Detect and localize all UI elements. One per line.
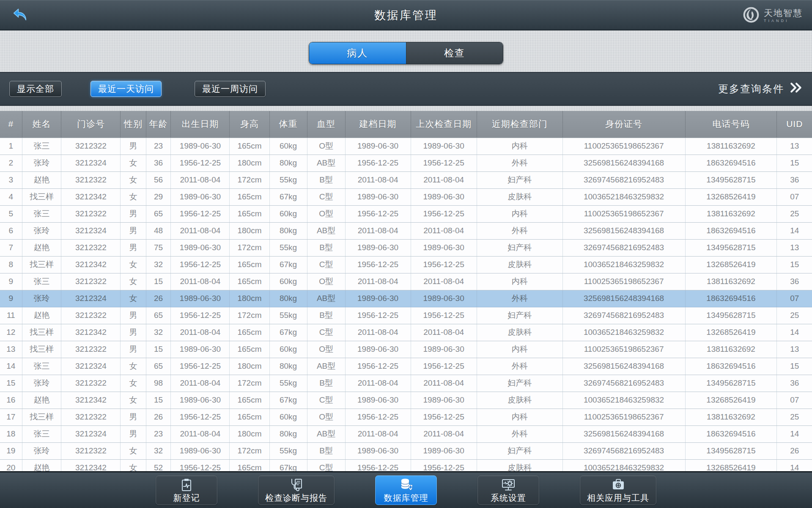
monitor-gear-icon	[501, 478, 516, 492]
cell: 1989-06-30	[171, 188, 230, 205]
table-row[interactable]: 9张三3212322女152011-08-04165cm60kgO型2011-0…	[0, 273, 812, 290]
cell: 180cm	[230, 290, 269, 307]
cell: 1956-12-25	[345, 307, 411, 324]
table-row[interactable]: 14张三3212324女651956-12-25180cm80kgAB型1956…	[0, 358, 812, 375]
filter-last-week-button[interactable]: 最近一周访问	[195, 81, 266, 97]
table-row[interactable]: 6张玲3212324男482011-08-04180cm80kgAB型2011-…	[0, 222, 812, 239]
cell: 2011-08-04	[171, 222, 230, 239]
cell: 36	[777, 273, 812, 290]
cell: 07	[777, 188, 812, 205]
cell: 48	[146, 222, 171, 239]
cell: 325698156248394168	[562, 425, 685, 442]
cell: 180cm	[230, 155, 269, 171]
cell: 1956-12-25	[345, 155, 411, 171]
cell: 赵艳	[22, 239, 61, 256]
filter-last-day-button[interactable]: 最近一天访问	[91, 81, 162, 97]
cell: 32	[146, 256, 171, 273]
more-criteria-link[interactable]: 更多查询条件	[718, 82, 803, 96]
nav-exam-report-button[interactable]: 检查诊断与报告	[258, 475, 335, 505]
cell: 1956-12-25	[345, 205, 411, 222]
cell: 1956-12-25	[171, 256, 230, 273]
cell: 2011-08-04	[171, 375, 230, 392]
cell: 67kg	[269, 324, 307, 341]
cell: 13495628715	[685, 307, 777, 324]
cell: 15	[146, 273, 171, 290]
cell: 1956-12-25	[171, 409, 230, 425]
cell: 80kg	[269, 155, 307, 171]
table-row[interactable]: 9张玲3212324女261989-06-30180cm80kgAB型1989-…	[0, 290, 812, 307]
cell: 172cm	[230, 307, 269, 324]
cell: B型	[307, 239, 345, 256]
cell: O型	[307, 205, 345, 222]
cell: 26	[146, 290, 171, 307]
cell: 13268526419	[685, 256, 777, 273]
column-header: 上次检查日期	[411, 111, 477, 138]
cell: 2011-08-04	[171, 425, 230, 442]
cell: 3212324	[61, 358, 121, 375]
nav-label: 系统设置	[491, 492, 526, 504]
table-row[interactable]: 17找三样3212322男261956-12-25165cm60kgO型1956…	[0, 409, 812, 425]
table-row[interactable]: 7赵艳3212322男751989-06-30172cm55kgB型1989-0…	[0, 239, 812, 256]
table-row[interactable]: 5张三3212322男651956-12-25165cm60kgO型1956-1…	[0, 205, 812, 222]
filter-bar: 显示全部 最近一天访问 最近一周访问 更多查询条件	[0, 72, 812, 106]
cell: 80kg	[269, 425, 307, 442]
brand-logo: 天地智慧 TIANDI	[742, 6, 803, 25]
table-row[interactable]: 2张玲3212324女361956-12-25180cm80kgAB型1956-…	[0, 155, 812, 171]
nav-label: 数据库管理	[384, 492, 428, 504]
table-row[interactable]: 16赵艳3212342女151989-06-30165cm67kgC型1989-…	[0, 392, 812, 409]
cell: 60kg	[269, 205, 307, 222]
cell: 男	[121, 138, 146, 155]
cell: 1956-12-25	[345, 409, 411, 425]
cell: 外科	[477, 425, 562, 442]
cell: 张三	[22, 425, 61, 442]
cell: 326974568216952483	[562, 307, 685, 324]
nav-database-management-button[interactable]: 数据库管理	[375, 475, 437, 505]
filter-show-all-button[interactable]: 显示全部	[9, 81, 62, 97]
cell: 1989-06-30	[171, 442, 230, 459]
table-row[interactable]: 11赵艳3212322男651956-12-25172cm55kgB型1956-…	[0, 307, 812, 324]
cell: 80kg	[269, 222, 307, 239]
cell: 女	[121, 188, 146, 205]
cell: 1989-06-30	[345, 341, 411, 358]
nav-system-settings-button[interactable]: 系统设置	[477, 475, 539, 505]
cell: O型	[307, 341, 345, 358]
patient-table: #姓名门诊号性别年龄出生日期身高体重血型建档日期上次检查日期近期检查部门身份证号…	[0, 111, 812, 477]
cell: 2011-08-04	[345, 324, 411, 341]
cell: 326974568216952483	[562, 171, 685, 188]
table-row[interactable]: 1张三3212322男231989-06-30165cm60kgO型1989-0…	[0, 138, 812, 155]
database-plus-icon	[398, 478, 414, 492]
table-row[interactable]: 15张玲3212322女982011-08-04172cm55kgB型2011-…	[0, 375, 812, 392]
cell: 13	[777, 138, 812, 155]
cell: 325698156248394168	[562, 222, 685, 239]
tab-patient[interactable]: 病人	[309, 42, 406, 64]
cell: O型	[307, 409, 345, 425]
cell: 18632694516	[685, 358, 777, 375]
cell: 3212324	[61, 425, 121, 442]
cell: 26	[146, 409, 171, 425]
cell: 32	[146, 442, 171, 459]
table-row[interactable]: 8找三样3212342女321956-12-25165cm67kgC型1956-…	[0, 256, 812, 273]
cell: 80kg	[269, 358, 307, 375]
cell: 1989-06-30	[171, 290, 230, 307]
tab-examination[interactable]: 检查	[406, 42, 503, 64]
nav-new-registration-button[interactable]: 新登记	[156, 475, 217, 505]
cell: 172cm	[230, 171, 269, 188]
table-row[interactable]: 19张玲3212322女321989-06-30172cm55kgB型1989-…	[0, 442, 812, 459]
cell: 13811632692	[685, 273, 777, 290]
cell: 75	[146, 239, 171, 256]
cell: 6	[0, 222, 22, 239]
table-row[interactable]: 4找三样3212342女291989-06-30165cm67kgC型1989-…	[0, 188, 812, 205]
cell: C型	[307, 256, 345, 273]
table-row[interactable]: 18张三3212324男232011-08-04180cm80kgAB型2011…	[0, 425, 812, 442]
cell: 男	[121, 341, 146, 358]
table-row[interactable]: 13找三样3212322男151989-06-30165cm60kgO型1989…	[0, 341, 812, 358]
cell: 13811632692	[685, 409, 777, 425]
table-row[interactable]: 12找三样3212342男322011-08-04165cm67kgC型2011…	[0, 324, 812, 341]
table-row[interactable]: 3赵艳3212322女562011-08-04172cm55kgB型2011-0…	[0, 171, 812, 188]
cell: 4	[0, 188, 22, 205]
nav-related-tools-button[interactable]: 相关应用与工具	[580, 475, 656, 505]
cell: 15	[777, 155, 812, 171]
cell: 1	[0, 138, 22, 155]
cell: 男	[121, 409, 146, 425]
cell: 55kg	[269, 442, 307, 459]
